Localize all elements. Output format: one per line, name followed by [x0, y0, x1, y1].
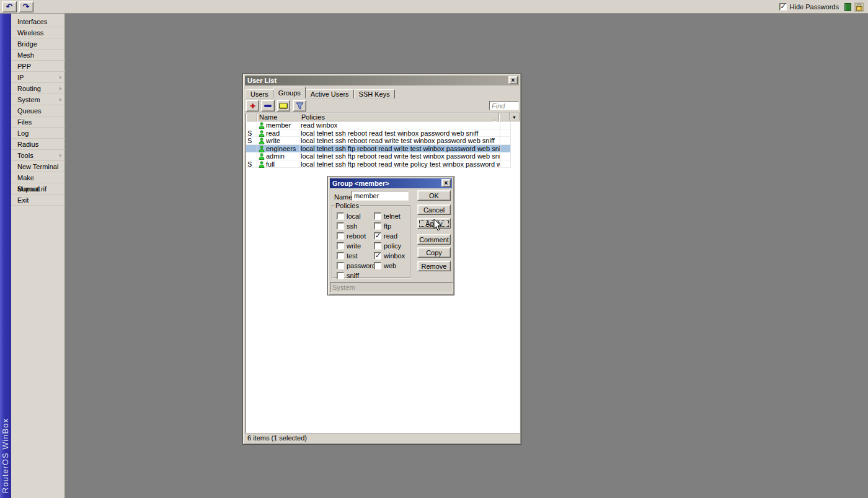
sidebar-item-queues[interactable]: Queues — [11, 105, 65, 116]
sidebar-item-ip[interactable]: IP — [11, 72, 65, 83]
group-user-icon — [259, 122, 265, 129]
sidebar-item-tools[interactable]: Tools — [11, 150, 65, 161]
sidebar-item-radius[interactable]: Radius — [11, 139, 65, 150]
cancel-button[interactable]: Cancel — [417, 204, 451, 215]
policy-ftp[interactable]: ✓ftp — [374, 222, 391, 230]
chevron-down-icon: ▼ — [512, 115, 516, 120]
policy-test[interactable]: ✓test — [337, 251, 358, 260]
policy-web[interactable]: ✓web — [374, 261, 396, 269]
column-header-flags[interactable] — [246, 113, 257, 121]
checkbox[interactable]: ✓ — [337, 252, 344, 260]
checkbox[interactable]: ✓ — [374, 232, 381, 240]
secure-lock-icon — [854, 2, 864, 12]
submenu-arrow-icon — [60, 154, 62, 157]
checkbox[interactable]: ✓ — [337, 262, 344, 269]
tab-active-users[interactable]: Active Users — [306, 89, 354, 98]
checkbox[interactable]: ✓ — [337, 212, 344, 220]
close-icon[interactable]: × — [508, 76, 518, 84]
filter-button[interactable] — [293, 100, 306, 111]
tab-users[interactable]: Users — [246, 89, 273, 98]
checkbox[interactable]: ✓ — [374, 242, 381, 250]
table-row[interactable]: admin local telnet ssh ftp reboot read w… — [246, 152, 520, 160]
sidebar-item-log[interactable]: Log — [11, 128, 65, 139]
window-title: User List — [247, 77, 277, 84]
user-list-titlebar[interactable]: User List × — [245, 76, 519, 85]
checkbox[interactable]: ✓ — [337, 222, 344, 230]
policy-read[interactable]: ✓read — [374, 232, 397, 240]
table-row-selected[interactable]: engineers local telnet ssh ftp reboot re… — [246, 145, 520, 153]
policy-telnet[interactable]: ✓telnet — [374, 212, 401, 220]
mouse-cursor — [433, 219, 442, 232]
sidebar-item-system[interactable]: System — [11, 94, 65, 105]
sidebar-item-interfaces[interactable]: Interfaces — [11, 16, 65, 27]
policy-policy[interactable]: ✓policy — [374, 242, 401, 250]
column-header-policies[interactable]: Policies▲ — [299, 113, 499, 121]
hide-passwords-label: Hide Passwords — [790, 3, 839, 11]
submenu-arrow-icon — [60, 87, 62, 90]
ok-button[interactable]: OK — [417, 190, 451, 201]
checkbox[interactable]: ✓ — [337, 272, 344, 279]
sidebar-item-new-terminal[interactable]: New Terminal — [11, 161, 65, 172]
copy-button[interactable]: Copy — [417, 247, 451, 258]
tab-groups[interactable]: Groups — [273, 87, 306, 98]
checkbox[interactable]: ✓ — [337, 242, 344, 250]
close-icon[interactable]: × — [441, 179, 451, 187]
policy-local[interactable]: ✓local — [337, 212, 361, 220]
sidebar-item-bridge[interactable]: Bridge — [11, 38, 65, 50]
checkbox[interactable]: ✓ — [374, 252, 381, 260]
table-row[interactable]: S write local telnet ssh reboot read wri… — [246, 137, 520, 145]
remove-button[interactable] — [261, 100, 275, 111]
column-header-name[interactable]: Name — [257, 113, 299, 121]
group-user-icon — [259, 161, 265, 168]
group-dialog: Group <member> × Name: Policies ✓local ✓… — [327, 176, 454, 295]
policy-winbox[interactable]: ✓winbox — [374, 251, 405, 260]
top-toolbar: ↶ ↷ ✓ Hide Passwords — [0, 0, 868, 14]
sidebar-item-files[interactable]: Files — [11, 116, 65, 128]
sort-ascending-icon: ▲ — [492, 115, 497, 121]
checkbox[interactable]: ✓ — [374, 212, 381, 220]
comment-icon — [279, 103, 288, 109]
dialog-title: Group <member> — [332, 180, 389, 187]
comment-button[interactable]: Comment — [417, 234, 451, 245]
group-user-icon — [259, 130, 265, 137]
sidebar-item-make-supout[interactable]: Make Supout.rif — [11, 172, 65, 183]
checkbox[interactable]: ✓ — [374, 222, 381, 230]
add-button[interactable]: + — [246, 100, 259, 111]
sidebar-item-wireless[interactable]: Wireless — [11, 27, 65, 38]
column-header-spacer — [499, 113, 510, 121]
group-dialog-titlebar[interactable]: Group <member> × — [330, 178, 452, 188]
sidebar-item-mesh[interactable]: Mesh — [11, 50, 65, 61]
submenu-arrow-icon — [60, 76, 62, 79]
find-input[interactable] — [489, 101, 519, 110]
group-name-field[interactable] — [352, 191, 409, 201]
undo-button[interactable]: ↶ — [2, 1, 17, 12]
filter-funnel-icon — [296, 102, 304, 110]
policy-sniff[interactable]: ✓sniff — [337, 271, 359, 279]
remove-button[interactable]: Remove — [417, 261, 451, 271]
sidebar-item-manual[interactable]: Manual — [11, 183, 65, 194]
sidebar-item-exit[interactable]: Exit — [11, 194, 65, 206]
column-options-button[interactable]: ▼ — [510, 113, 520, 121]
policy-password[interactable]: ✓password — [337, 261, 376, 269]
comment-button[interactable] — [277, 100, 290, 111]
policies-legend: Policies — [334, 202, 360, 209]
undo-icon: ↶ — [6, 2, 13, 11]
tab-ssh-keys[interactable]: SSH Keys — [354, 89, 395, 98]
hide-passwords-checkbox[interactable]: ✓ — [779, 3, 787, 11]
group-user-icon — [259, 138, 265, 144]
table-row[interactable]: S full local telnet ssh ftp reboot read … — [246, 160, 520, 168]
policy-write[interactable]: ✓write — [337, 242, 361, 250]
add-icon: + — [250, 101, 255, 111]
redo-button[interactable]: ↷ — [19, 1, 33, 12]
tab-bar: Users Groups Active Users SSH Keys — [246, 87, 395, 98]
table-row[interactable]: S read local telnet ssh reboot read test… — [246, 129, 520, 138]
checkbox[interactable]: ✓ — [374, 262, 381, 269]
policy-reboot[interactable]: ✓reboot — [337, 232, 366, 240]
checkbox[interactable]: ✓ — [337, 232, 344, 240]
brand-stripe: RouterOS WinBox — [0, 14, 11, 498]
table-row[interactable]: member read winbox — [246, 121, 520, 129]
sidebar-item-ppp[interactable]: PPP — [11, 61, 65, 72]
sidebar-item-routing[interactable]: Routing — [11, 83, 65, 94]
group-user-icon — [259, 153, 265, 160]
policy-ssh[interactable]: ✓ssh — [337, 222, 357, 230]
